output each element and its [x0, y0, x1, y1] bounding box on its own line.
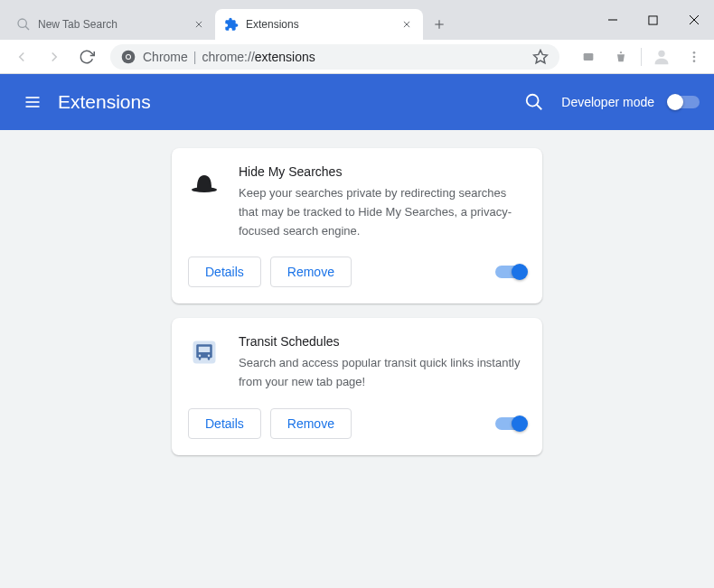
hat-icon: [188, 166, 221, 199]
extension-card: Transit Schedules Search and access popu…: [172, 318, 542, 455]
remove-button[interactable]: Remove: [270, 408, 352, 439]
reload-button[interactable]: [72, 42, 101, 71]
svg-line-1: [25, 26, 29, 30]
svg-point-19: [693, 55, 696, 58]
bus-icon: [188, 336, 221, 369]
extensions-header: Extensions Developer mode: [0, 74, 714, 130]
extension-name: Hide My Searches: [239, 164, 526, 179]
header-actions: Developer mode: [521, 89, 700, 115]
svg-point-17: [658, 50, 664, 56]
extension-description: Keep your searches private by redirectin…: [239, 184, 526, 240]
maximize-button[interactable]: [633, 0, 673, 40]
svg-point-14: [127, 55, 130, 59]
tab-title: New Tab Search: [38, 18, 192, 31]
svg-rect-9: [649, 15, 657, 23]
menu-button[interactable]: [681, 44, 707, 70]
svg-point-18: [693, 51, 696, 54]
svg-marker-15: [534, 50, 548, 62]
svg-point-0: [18, 19, 26, 27]
separator: [641, 48, 642, 66]
extension-card: Hide My Searches Keep your searches priv…: [172, 148, 542, 303]
extensions-content: Hide My Searches Keep your searches priv…: [0, 130, 714, 588]
search-icon: [16, 17, 31, 32]
extension-badge-icon-2[interactable]: [608, 44, 634, 70]
details-button[interactable]: Details: [188, 408, 261, 439]
details-button[interactable]: Details: [188, 257, 261, 287]
url-text: Chrome | chrome://extensions: [143, 50, 315, 64]
bookmark-star-icon[interactable]: [532, 49, 549, 65]
back-button[interactable]: [7, 42, 36, 71]
new-tab-button[interactable]: [427, 12, 452, 37]
svg-line-25: [537, 105, 542, 110]
close-icon[interactable]: [399, 17, 414, 32]
address-bar[interactable]: Chrome | chrome://extensions: [110, 44, 559, 70]
tab-new-tab-search[interactable]: New Tab Search: [7, 9, 215, 40]
titlebar: New Tab Search Extensions: [0, 0, 714, 40]
forward-button[interactable]: [40, 42, 69, 71]
page-title: Extensions: [58, 91, 151, 113]
svg-rect-16: [584, 53, 594, 61]
svg-point-24: [527, 95, 539, 107]
developer-mode-label: Developer mode: [561, 95, 654, 109]
tab-extensions[interactable]: Extensions: [215, 9, 423, 40]
search-icon[interactable]: [521, 89, 547, 115]
enable-toggle[interactable]: [495, 266, 526, 278]
browser-toolbar: Chrome | chrome://extensions: [0, 40, 714, 74]
profile-avatar[interactable]: [649, 44, 674, 70]
extension-name: Transit Schedules: [239, 334, 526, 349]
minimize-button[interactable]: [592, 0, 633, 40]
svg-point-20: [693, 60, 696, 62]
remove-button[interactable]: Remove: [270, 257, 352, 287]
tabs-strip: New Tab Search Extensions: [0, 9, 592, 40]
menu-icon[interactable]: [14, 84, 51, 120]
toolbar-actions: [576, 44, 707, 70]
close-icon[interactable]: [192, 17, 206, 32]
enable-toggle[interactable]: [495, 417, 526, 430]
close-window-button[interactable]: [673, 0, 714, 40]
extension-description: Search and access popular transit quick …: [239, 354, 526, 392]
tab-title: Extensions: [246, 18, 399, 31]
developer-mode-toggle[interactable]: [669, 96, 700, 108]
window-controls: [592, 0, 714, 40]
extension-badge-icon[interactable]: [576, 44, 601, 70]
chrome-icon: [121, 50, 136, 64]
puzzle-icon: [224, 17, 239, 32]
